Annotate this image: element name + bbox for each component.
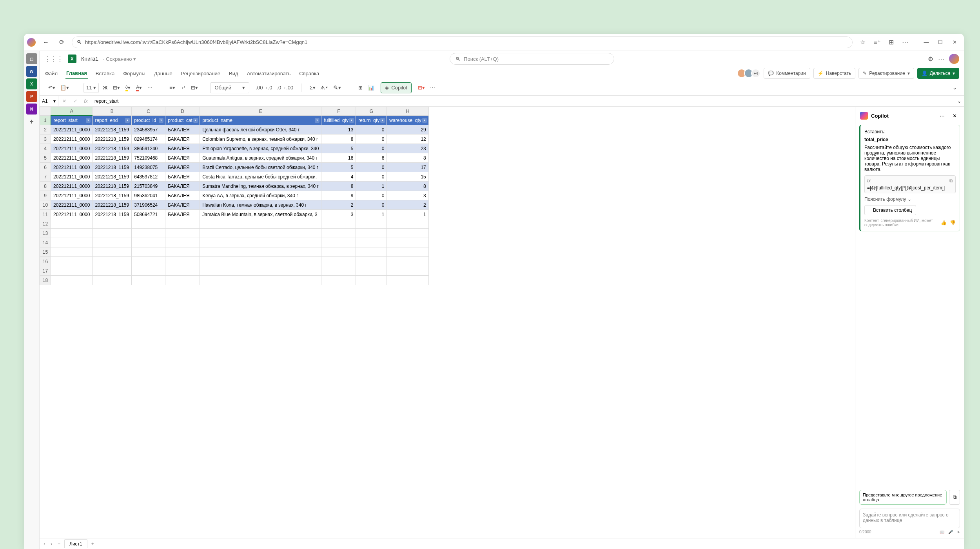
- cell[interactable]: БАКАЛЕЯ: [165, 172, 200, 182]
- cell[interactable]: report_start: [51, 116, 93, 125]
- cell[interactable]: [51, 219, 93, 229]
- cell[interactable]: Hawaiian Kona, темная обжарка, в зернах,…: [200, 200, 321, 210]
- fx-icon[interactable]: fx: [80, 96, 91, 106]
- cell[interactable]: [356, 257, 387, 266]
- cell[interactable]: 215703849: [132, 182, 165, 191]
- cell[interactable]: 13: [321, 125, 356, 135]
- cell[interactable]: [200, 229, 321, 238]
- bold-button[interactable]: Ж: [100, 83, 110, 93]
- copilot-ribbon-button[interactable]: ◈ Copilot: [381, 82, 411, 93]
- cell[interactable]: [51, 257, 93, 266]
- cell[interactable]: 0: [356, 163, 387, 172]
- cell[interactable]: БАКАЛЕЯ: [165, 144, 200, 153]
- cell[interactable]: [387, 219, 428, 229]
- table-styles-button[interactable]: ⊞▾: [416, 83, 426, 93]
- paste-button[interactable]: 📋▾: [58, 83, 71, 93]
- cell[interactable]: БАКАЛЕЯ: [165, 153, 200, 163]
- cell[interactable]: [93, 229, 132, 238]
- cell[interactable]: product_name: [200, 116, 321, 125]
- cell[interactable]: [356, 229, 387, 238]
- cell[interactable]: [165, 276, 200, 285]
- cell[interactable]: 0: [356, 135, 387, 144]
- cell[interactable]: 0: [356, 172, 387, 182]
- row-header[interactable]: 16: [40, 257, 51, 266]
- column-header[interactable]: B: [93, 107, 132, 116]
- cell[interactable]: 8: [387, 153, 428, 163]
- cell[interactable]: 508694721: [132, 210, 165, 219]
- cell[interactable]: [132, 276, 165, 285]
- sidebar-word-icon[interactable]: W: [26, 66, 37, 77]
- cell[interactable]: 643597812: [132, 172, 165, 182]
- cell[interactable]: БАКАЛЕЯ: [165, 191, 200, 200]
- find-button[interactable]: 🔍︎▾: [332, 83, 343, 93]
- autosum-button[interactable]: Σ▾: [308, 83, 317, 93]
- menu-automate[interactable]: Автоматизировать: [246, 68, 292, 79]
- cell[interactable]: 202212111_0000: [51, 153, 93, 163]
- font-size-selector[interactable]: 11 ▾: [83, 83, 99, 93]
- cell[interactable]: 985362041: [132, 191, 165, 200]
- cell[interactable]: 17: [387, 163, 428, 172]
- confirm-formula-icon[interactable]: ✓: [69, 96, 80, 106]
- cell[interactable]: [387, 229, 428, 238]
- cell[interactable]: [321, 247, 356, 257]
- menu-file[interactable]: Файл: [44, 68, 58, 79]
- cell[interactable]: 20221218_1159: [93, 182, 132, 191]
- column-header[interactable]: H: [387, 107, 428, 116]
- cell[interactable]: БАКАЛЕЯ: [165, 210, 200, 219]
- cell[interactable]: 829465174: [132, 135, 165, 144]
- menu-help[interactable]: Справка: [298, 68, 320, 79]
- cell[interactable]: [356, 266, 387, 276]
- cell[interactable]: Jamaica Blue Mountain, в зернах, светлой…: [200, 210, 321, 219]
- cell[interactable]: Colombian Supremo, в зернах, темной обжа…: [200, 135, 321, 144]
- menu-home[interactable]: Главная: [65, 68, 88, 79]
- cell[interactable]: [93, 257, 132, 266]
- column-header[interactable]: C: [132, 107, 165, 116]
- cell[interactable]: [93, 266, 132, 276]
- row-header[interactable]: 8: [40, 182, 51, 191]
- cell[interactable]: 6: [356, 153, 387, 163]
- cell[interactable]: 9: [321, 191, 356, 200]
- column-header[interactable]: G: [356, 107, 387, 116]
- cell[interactable]: 371906524: [132, 200, 165, 210]
- cell[interactable]: [51, 229, 93, 238]
- sort-filter-button[interactable]: ᗑ▾: [319, 83, 330, 93]
- cell[interactable]: [321, 219, 356, 229]
- cell[interactable]: 8: [321, 135, 356, 144]
- row-header[interactable]: 10: [40, 200, 51, 210]
- row-header[interactable]: 15: [40, 247, 51, 257]
- cell[interactable]: [321, 266, 356, 276]
- cell[interactable]: [93, 238, 132, 247]
- cell[interactable]: [165, 238, 200, 247]
- cell[interactable]: 20221218_1159: [93, 210, 132, 219]
- cell[interactable]: 202212111_0000: [51, 200, 93, 210]
- cell[interactable]: 5: [321, 144, 356, 153]
- sidebar-add-icon[interactable]: +: [26, 116, 37, 127]
- menu-insert[interactable]: Вставка: [95, 68, 115, 79]
- row-header[interactable]: 3: [40, 135, 51, 144]
- menu-data[interactable]: Данные: [153, 68, 173, 79]
- cell[interactable]: 15: [387, 172, 428, 182]
- cell[interactable]: [132, 257, 165, 266]
- cell[interactable]: Sumatra Mandheling, темная обжарка, в зе…: [200, 182, 321, 191]
- addins-icon[interactable]: ⊞: [356, 83, 365, 93]
- decrease-decimal-button[interactable]: .00→.0: [254, 83, 274, 93]
- menu-review[interactable]: Рецензирование: [180, 68, 221, 79]
- formula-bar[interactable]: report_start: [91, 98, 588, 104]
- cell[interactable]: 3: [387, 191, 428, 200]
- menu-formulas[interactable]: Формулы: [122, 68, 146, 79]
- merge-button[interactable]: ⊟▾: [189, 83, 200, 93]
- profile-avatar[interactable]: [27, 38, 36, 47]
- cell[interactable]: Guatemala Antigua, в зернах, средней обж…: [200, 153, 321, 163]
- cell[interactable]: 29: [387, 125, 428, 135]
- cell[interactable]: 202212111_0000: [51, 135, 93, 144]
- row-header[interactable]: 7: [40, 172, 51, 182]
- cell[interactable]: 1: [356, 210, 387, 219]
- cell[interactable]: [132, 229, 165, 238]
- row-header[interactable]: 12: [40, 219, 51, 229]
- cell[interactable]: 149238075: [132, 163, 165, 172]
- cell[interactable]: [200, 257, 321, 266]
- cell[interactable]: 2: [387, 200, 428, 210]
- cell[interactable]: 16: [321, 153, 356, 163]
- cell[interactable]: [200, 247, 321, 257]
- cell[interactable]: [51, 276, 93, 285]
